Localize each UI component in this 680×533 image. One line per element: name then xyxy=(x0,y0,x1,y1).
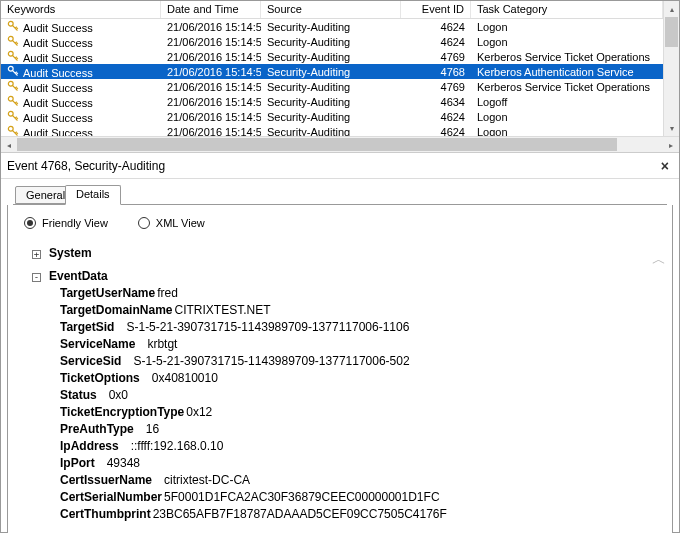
header-keywords[interactable]: Keywords xyxy=(1,1,161,18)
cell-event-id: 4769 xyxy=(401,51,471,63)
scroll-down-button[interactable]: ▾ xyxy=(664,120,680,136)
cell-datetime: 21/06/2016 15:14:56 xyxy=(161,36,261,48)
kv-value: 0x40810010 xyxy=(152,370,218,387)
cell-datetime: 21/06/2016 15:14:54 xyxy=(161,111,261,123)
scroll-up-button[interactable]: ▴ xyxy=(664,1,680,17)
eventdata-kv-list: TargetUserName fredTargetDomainName CITR… xyxy=(60,285,656,523)
radio-dot-icon xyxy=(138,217,150,229)
key-icon xyxy=(7,95,19,107)
eventdata-node[interactable]: - EventData xyxy=(32,268,656,285)
table-row[interactable]: Audit Success21/06/2016 15:14:54Security… xyxy=(1,49,663,64)
cell-event-id: 4624 xyxy=(401,36,471,48)
kv-key: CertIssuerName xyxy=(60,472,152,489)
cell-event-id: 4624 xyxy=(401,126,471,136)
cell-source: Security-Auditing xyxy=(261,96,401,108)
radio-friendly-view[interactable]: Friendly View xyxy=(24,217,108,229)
kv-row: TargetUserName fred xyxy=(60,285,656,302)
detail-body: General Details ︿ Friendly View XML View xyxy=(1,179,679,533)
event-viewer-window: Keywords Date and Time Source Event ID T… xyxy=(0,0,680,533)
header-event-id[interactable]: Event ID xyxy=(401,1,471,18)
cell-datetime: 21/06/2016 15:14:54 xyxy=(161,126,261,136)
cell-keywords: Audit Success xyxy=(1,35,161,49)
kv-key: Status xyxy=(60,387,97,404)
kv-key: ServiceSid xyxy=(60,353,121,370)
table-row[interactable]: Audit Success21/06/2016 15:14:54Security… xyxy=(1,64,663,79)
cell-source: Security-Auditing xyxy=(261,81,401,93)
cell-task-category: Logon xyxy=(471,36,663,48)
cell-source: Security-Auditing xyxy=(261,36,401,48)
kv-value: S-1-5-21-390731715-1143989709-1377117006… xyxy=(133,353,409,370)
cell-keywords: Audit Success xyxy=(1,65,161,79)
cell-task-category: Kerberos Authentication Service xyxy=(471,66,663,78)
kv-value: citrixtest-DC-CA xyxy=(164,472,250,489)
kv-value: ::ffff:192.168.0.10 xyxy=(131,438,224,455)
tab-details[interactable]: Details xyxy=(65,185,121,205)
horizontal-scrollbar[interactable]: ◂ ▸ xyxy=(1,136,679,152)
kv-row: CertThumbprint 23BC65AFB7F18787ADAAAD5CE… xyxy=(60,506,656,523)
kv-value: 49348 xyxy=(107,455,140,472)
table-row[interactable]: Audit Success21/06/2016 15:14:54Security… xyxy=(1,124,663,136)
cell-source: Security-Auditing xyxy=(261,126,401,136)
scroll-left-button[interactable]: ◂ xyxy=(1,137,17,153)
kv-key: TargetSid xyxy=(60,319,114,336)
kv-value: 0x12 xyxy=(186,404,212,421)
table-row[interactable]: Audit Success21/06/2016 15:14:54Security… xyxy=(1,79,663,94)
table-row[interactable]: Audit Success21/06/2016 15:14:56Security… xyxy=(1,19,663,34)
kv-row: IpPort49348 xyxy=(60,455,656,472)
tab-content: ︿ Friendly View XML View + System xyxy=(7,205,673,533)
cell-event-id: 4624 xyxy=(401,21,471,33)
cell-event-id: 4768 xyxy=(401,66,471,78)
key-icon xyxy=(7,20,19,32)
kv-row: ServiceNamekrbtgt xyxy=(60,336,656,353)
key-icon xyxy=(7,110,19,122)
tab-strip: General Details xyxy=(13,183,667,205)
header-source[interactable]: Source xyxy=(261,1,401,18)
cell-task-category: Logon xyxy=(471,126,663,136)
cell-source: Security-Auditing xyxy=(261,51,401,63)
radio-xml-label: XML View xyxy=(156,217,205,229)
cell-event-id: 4634 xyxy=(401,96,471,108)
header-datetime[interactable]: Date and Time xyxy=(161,1,261,18)
cell-task-category: Logon xyxy=(471,111,663,123)
expand-icon[interactable]: + xyxy=(32,250,41,259)
radio-xml-view[interactable]: XML View xyxy=(138,217,205,229)
scroll-thumb-horizontal[interactable] xyxy=(17,138,617,151)
kv-row: TicketEncryptionType 0x12 xyxy=(60,404,656,421)
view-mode-radio-group: Friendly View XML View xyxy=(24,217,656,229)
cell-event-id: 4624 xyxy=(401,111,471,123)
kv-key: IpAddress xyxy=(60,438,119,455)
kv-row: CertIssuerNamecitrixtest-DC-CA xyxy=(60,472,656,489)
kv-value: 16 xyxy=(146,421,159,438)
cell-task-category: Kerberos Service Ticket Operations xyxy=(471,81,663,93)
kv-row: TicketOptions0x40810010 xyxy=(60,370,656,387)
table-row[interactable]: Audit Success21/06/2016 15:14:54Security… xyxy=(1,94,663,109)
kv-value: 0x0 xyxy=(109,387,128,404)
collapse-icon[interactable]: - xyxy=(32,273,41,282)
svg-point-4 xyxy=(8,81,13,86)
table-row[interactable]: Audit Success21/06/2016 15:14:56Security… xyxy=(1,34,663,49)
table-row[interactable]: Audit Success21/06/2016 15:14:54Security… xyxy=(1,109,663,124)
kv-key: TicketEncryptionType xyxy=(60,404,184,421)
key-icon xyxy=(7,65,19,77)
header-task-category[interactable]: Task Category xyxy=(471,1,663,18)
kv-key: CertThumbprint xyxy=(60,506,151,523)
scroll-thumb-vertical[interactable] xyxy=(665,17,678,47)
cell-task-category: Logoff xyxy=(471,96,663,108)
kv-row: CertSerialNumber 5F0001D1FCA2AC30F36879C… xyxy=(60,489,656,506)
event-detail-pane: Event 4768, Security-Auditing × General … xyxy=(1,153,679,533)
cell-source: Security-Auditing xyxy=(261,66,401,78)
chevron-up-icon[interactable]: ︿ xyxy=(652,251,666,269)
key-icon xyxy=(7,50,19,62)
kv-key: TargetDomainName xyxy=(60,302,172,319)
system-node[interactable]: + System xyxy=(32,245,656,262)
kv-key: IpPort xyxy=(60,455,95,472)
svg-point-5 xyxy=(8,96,13,101)
cell-event-id: 4769 xyxy=(401,81,471,93)
svg-point-2 xyxy=(8,51,13,56)
scroll-right-button[interactable]: ▸ xyxy=(663,137,679,153)
close-icon[interactable]: × xyxy=(657,158,673,174)
cell-keywords: Audit Success xyxy=(1,80,161,94)
vertical-scrollbar[interactable]: ▴ ▾ xyxy=(663,1,679,136)
kv-key: PreAuthType xyxy=(60,421,134,438)
svg-point-6 xyxy=(8,111,13,116)
